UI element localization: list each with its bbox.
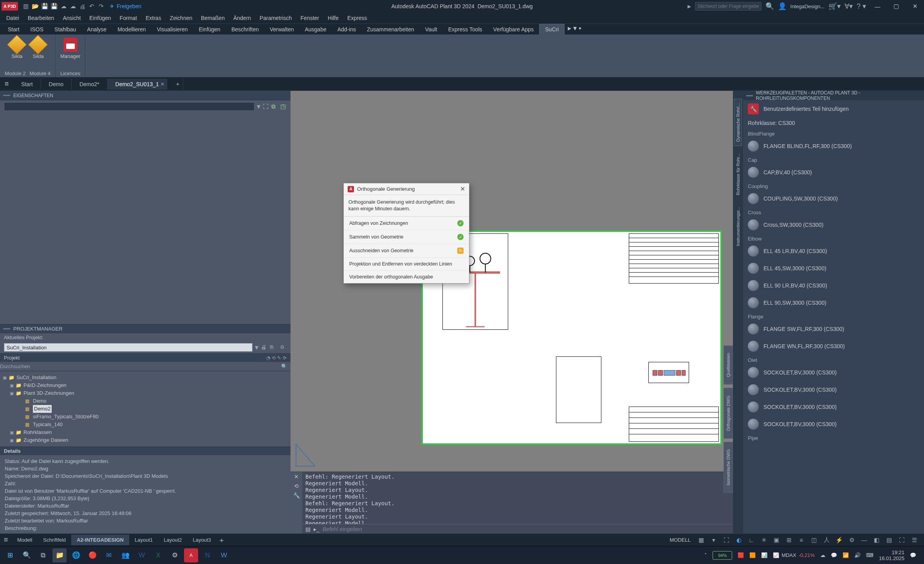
menu-zeichnen[interactable]: Zeichnen [166,13,197,23]
cart-icon[interactable]: 🛒▾ [828,2,841,11]
grip-icon[interactable] [3,328,10,329]
more-icon[interactable]: — [860,536,868,544]
palette-item[interactable]: CAP,BV,40 (CS300) [743,164,924,181]
taskbar-app-teams[interactable]: 👥 [118,548,132,562]
command-history[interactable]: Befehl: Regeneriert Layout. Regeneriert … [302,472,733,524]
taskbar-app-explorer[interactable]: 📁 [52,548,67,562]
taskbar-app-settings[interactable]: ⚙ [168,548,182,562]
ribbon-tab[interactable]: Verwalten [264,24,299,34]
lang-icon[interactable]: ⌨ [866,552,873,558]
menu-bemaßen[interactable]: Bemaßen [197,13,229,23]
wifi-icon[interactable]: 📶 [843,552,849,558]
clock[interactable]: 19:2116.01.2025 [879,550,904,561]
palette-vtab[interactable]: Dynamische Rohrl... [734,99,742,146]
add-custom-part[interactable]: 🔧Benutzerdefiniertes Teil hinzufügen [743,100,924,118]
share-button[interactable]: ✈Freigeben [110,3,141,9]
autodesk-icon[interactable]: ∀▾ [845,2,853,11]
icon[interactable]: ▾ [709,536,718,544]
cmd-menu-icon[interactable]: ▤ [305,526,310,532]
pm-wrench-icon[interactable]: ⛭ [280,344,287,351]
file-tab[interactable]: Demo2* [72,79,108,90]
taskview-button[interactable]: ⧉ [36,548,50,562]
layout-tab[interactable]: Layout3 [188,535,217,545]
osnap-icon[interactable]: ▣ [772,536,781,544]
tray-icon[interactable]: 🟧 [749,552,756,558]
ribbon-tab[interactable]: Analyse [81,24,112,34]
pm-ic2[interactable]: ⟲ [272,355,276,361]
palette-item[interactable]: ELL 90 LR,BV,40 (CS300) [743,277,924,294]
palette-vtab[interactable]: Instrumentierungsr... [734,202,742,250]
undo-icon[interactable]: ↶ [88,3,95,10]
menu-parametrisch[interactable]: Parametrisch [256,13,296,23]
polar-icon[interactable]: ✳ [760,536,768,544]
palette-item[interactable]: SOCKOLET,BV,3000 (CS300) [743,398,924,416]
ribbon-tab-overflow[interactable]: ▸ ▾ ▪ [565,22,584,34]
user-label[interactable]: IntegaDesign... [790,4,825,9]
pm-ic3[interactable]: ✎ [277,355,281,361]
open-icon[interactable]: 📂 [32,3,39,10]
menu-hilfe[interactable]: Hilfe [324,13,343,23]
ribbon-tab[interactable]: Visualisieren [152,24,193,34]
palette-item[interactable]: ELL 45 LR,BV,40 (CS300) [743,242,924,260]
ribbon-tab[interactable]: Vault [420,24,443,34]
manager-button[interactable]: Manager [60,37,80,70]
grip-icon[interactable] [746,95,753,96]
pm-tab[interactable]: Projekt [4,355,20,361]
pm-ic4[interactable]: ⟳ [283,355,287,361]
taskbar-app-word[interactable]: W [135,548,149,562]
snap-icon[interactable]: ◐ [735,536,743,544]
minimize-button[interactable]: — [870,1,885,12]
tray-icon[interactable]: 📊 [761,552,767,558]
ribbon-tab[interactable]: Verfügbare Apps [488,24,540,34]
cmd-close-icon[interactable]: ✕ [294,474,299,480]
grip-icon[interactable] [3,95,10,96]
cmd-recent-icon[interactable]: ⟲ [294,483,299,489]
close-button[interactable]: ✕ [908,1,922,12]
customize-icon[interactable]: ☰ [910,536,919,544]
transparency-icon[interactable]: ◫ [810,536,818,544]
menu-ansicht[interactable]: Ansicht [59,13,85,23]
battery-icon[interactable]: 94% [713,551,732,560]
bolt-icon[interactable]: ⚡ [835,536,843,544]
user-icon[interactable]: 👤 [778,2,787,11]
save-icon[interactable]: 💾 [41,3,48,10]
ortho-icon[interactable]: ∟ [747,536,756,544]
ribbon-tab[interactable]: Modellieren [112,24,151,34]
close-tab-icon[interactable]: ✕ [161,81,164,87]
extra-icon[interactable]: ▤ [885,536,893,544]
gear-icon[interactable]: ⚙ [847,536,856,544]
palette-item[interactable]: FLANGE WN,FL,RF,300 (CS300) [743,338,924,355]
menu-express[interactable]: Express [343,13,371,23]
menu-format[interactable]: Format [116,13,141,23]
search-button[interactable]: 🔍 [20,548,34,562]
ribbon-tab[interactable]: Zusammenarbeiten [361,24,420,34]
scale-icon[interactable]: ⛶ [722,536,731,544]
menu-datei[interactable]: Datei [2,13,23,23]
modelspace-toggle[interactable]: MODELL [670,537,691,543]
taskbar-app-excel[interactable]: X [151,548,165,562]
taskbar-app-acad[interactable]: A [184,548,198,562]
lwt-icon[interactable]: ≡ [797,536,806,544]
layout-tab[interactable]: Modell [12,535,38,545]
ribbon-tab[interactable]: Stahlbau [49,24,81,34]
palette-item[interactable]: COUPLING,SW,3000 (CS300) [743,190,924,207]
taskbar-app-outlook[interactable]: ✉ [102,548,116,562]
palette-item[interactable]: FLANGE BLIND,FL,RF,300 (CS300) [743,137,924,155]
viewport-3[interactable] [648,362,689,383]
side-tab[interactable]: Quelldateien [726,349,731,381]
picker-icon[interactable]: ◳ [280,103,287,110]
onedrive-icon[interactable]: ☁ [820,552,825,558]
pm-print-icon[interactable]: 🖨 [261,344,268,351]
menu-bearbeiten[interactable]: Bearbeiten [24,13,58,23]
palette-item[interactable]: SOCKOLET,BV,3000 (CS300) [743,381,924,398]
filetab-menu[interactable]: ≡ [0,80,13,88]
search-icon[interactable]: 🔍 [765,2,774,11]
start-button[interactable]: ⊞ [3,548,17,562]
saveas-icon[interactable]: 💾 [51,3,58,10]
fullscreen-icon[interactable]: ⛶ [897,536,906,544]
cloud-open-icon[interactable]: ☁ [60,3,67,10]
file-tab[interactable]: Start [13,79,41,90]
help-search[interactable] [695,2,762,11]
ribbon-tab[interactable]: Beschriften [226,24,264,34]
side-tab[interactable]: Isometrische DWG [726,445,731,489]
